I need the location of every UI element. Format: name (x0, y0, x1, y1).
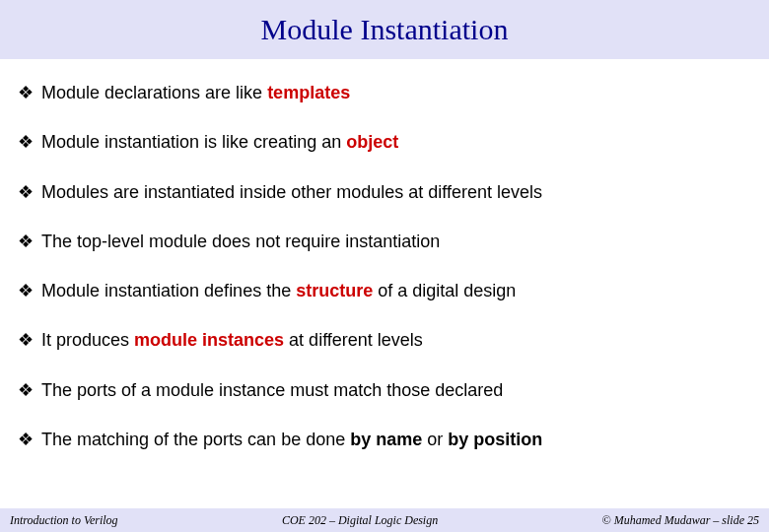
slide-content: ❖ Module declarations are like templates… (0, 59, 769, 451)
text-bold: by name (350, 430, 422, 449)
bullet-text: Modules are instantiated inside other mo… (41, 180, 542, 204)
diamond-icon: ❖ (18, 428, 34, 451)
bullet-text: Module instantiation defines the structu… (41, 279, 516, 302)
bullet-text: Module instantiation is like creating an… (41, 130, 398, 154)
diamond-icon: ❖ (18, 378, 34, 402)
footer-right: © Muhamed Mudawar – slide 25 (602, 513, 759, 528)
slide-title: Module Instantiation (261, 13, 509, 46)
footer-left: Introduction to Verilog (10, 513, 118, 528)
text-bold: by position (448, 430, 542, 449)
text-bold: templates (267, 83, 350, 102)
text-segment: or (422, 430, 448, 449)
title-bar: Module Instantiation (0, 0, 769, 59)
bullet-item: ❖ Module declarations are like templates (18, 81, 751, 104)
diamond-icon: ❖ (18, 180, 34, 204)
text-segment: Module instantiation is like creating an (41, 132, 346, 152)
text-segment: at different levels (284, 330, 423, 350)
text-bold: object (346, 132, 398, 152)
text-bold: module instances (134, 330, 284, 350)
text-bold: structure (296, 281, 373, 300)
slide-footer: Introduction to Verilog COE 202 – Digita… (0, 508, 769, 532)
bullet-item: ❖ The matching of the ports can be done … (18, 428, 751, 451)
bullet-text: The ports of a module instance must matc… (41, 378, 503, 402)
bullet-item: ❖ Module instantiation defines the struc… (18, 279, 751, 302)
diamond-icon: ❖ (18, 279, 34, 302)
bullet-item: ❖ The ports of a module instance must ma… (18, 378, 751, 402)
diamond-icon: ❖ (18, 130, 34, 154)
bullet-text: It produces module instances at differen… (41, 328, 423, 352)
bullet-item: ❖ Modules are instantiated inside other … (18, 180, 751, 204)
text-segment: Module instantiation defines the (41, 281, 296, 300)
bullet-text: The top-level module does not require in… (41, 230, 440, 253)
text-segment: It produces (41, 330, 134, 350)
diamond-icon: ❖ (18, 230, 34, 253)
text-segment: of a digital design (373, 281, 516, 300)
text-segment: Module declarations are like (41, 83, 267, 102)
bullet-item: ❖ The top-level module does not require … (18, 230, 751, 253)
bullet-item: ❖ Module instantiation is like creating … (18, 130, 751, 154)
footer-center: COE 202 – Digital Logic Design (282, 513, 438, 528)
text-segment: The matching of the ports can be done (41, 430, 350, 449)
bullet-text: Module declarations are like templates (41, 81, 350, 104)
bullet-text: The matching of the ports can be done by… (41, 428, 542, 451)
diamond-icon: ❖ (18, 81, 34, 104)
diamond-icon: ❖ (18, 328, 34, 352)
bullet-item: ❖ It produces module instances at differ… (18, 328, 751, 352)
